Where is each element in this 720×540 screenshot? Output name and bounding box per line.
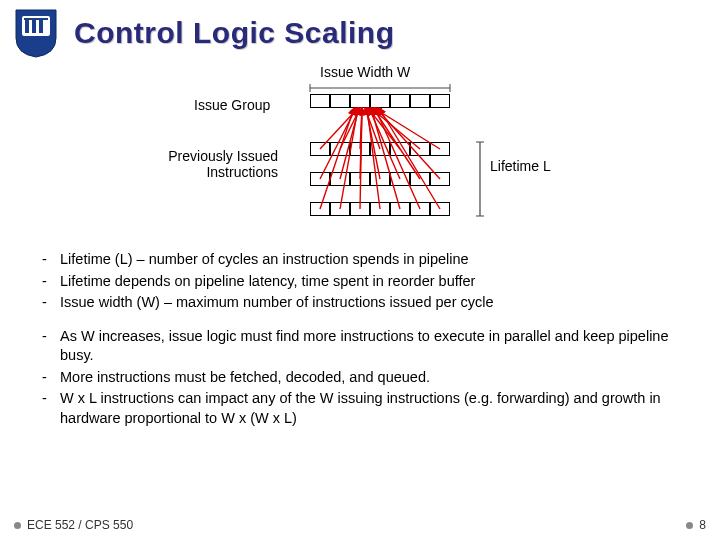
svg-rect-3 [39,20,43,33]
dependency-arrows-overlay [0,64,720,244]
bullet-group-2: As W increases, issue logic must find mo… [42,327,702,429]
bullet-points: Lifetime (L) – number of cycles an instr… [42,250,702,429]
course-code: ECE 552 / CPS 550 [14,518,133,532]
slide-title: Control Logic Scaling [74,16,395,50]
course-label: ECE 552 / CPS 550 [27,518,133,532]
footer: ECE 552 / CPS 550 8 [14,518,706,532]
list-item: Issue width (W) – maximum number of inst… [42,293,702,313]
list-item: Lifetime depends on pipeline latency, ti… [42,272,702,292]
list-item: More instructions must be fetched, decod… [42,368,702,388]
page-number: 8 [686,518,706,532]
list-item: W x L instructions can impact any of the… [42,389,702,428]
list-item: As W increases, issue logic must find mo… [42,327,702,366]
university-shield-icon [14,8,58,58]
svg-line-27 [360,108,362,209]
page-label: 8 [699,518,706,532]
bullet-group-1: Lifetime (L) – number of cycles an instr… [42,250,702,313]
bullet-dot-icon [14,522,21,529]
bullet-dot-icon [686,522,693,529]
svg-line-31 [379,108,440,209]
header: Control Logic Scaling [0,0,720,58]
list-item: Lifetime (L) – number of cycles an instr… [42,250,702,270]
svg-rect-2 [32,20,36,33]
svg-line-28 [367,108,380,209]
svg-rect-1 [25,20,29,33]
scaling-diagram: Issue Width W Issue Group Previously Iss… [0,64,720,244]
svg-rect-4 [24,18,48,20]
